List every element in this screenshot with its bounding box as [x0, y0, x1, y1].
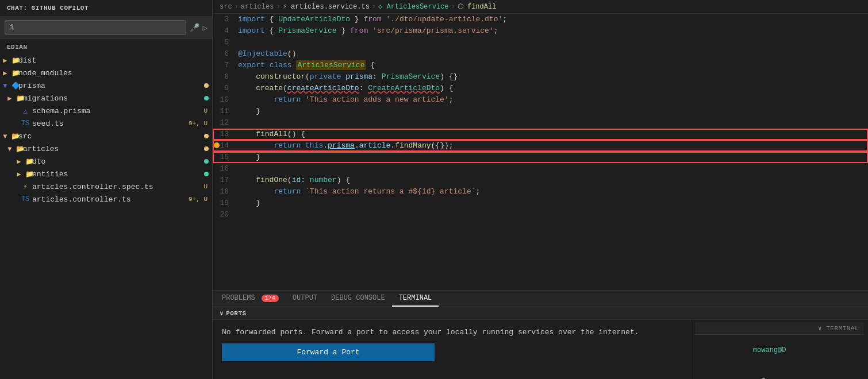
- prisma-folder-icon: ▼ 🔷: [7, 81, 16, 90]
- code-line-10: 10 return 'This action adds a new articl…: [213, 94, 868, 106]
- code-line-15: 15 }: [213, 152, 868, 163]
- ts-file-icon: TS: [21, 195, 30, 204]
- sidebar: CHAT: GITHUB COPILOT 🎤 ▷ EDIAN ▶ 📁 dist …: [0, 0, 213, 379]
- code-line-9: 9 create(createArticleDto: CreateArticle…: [213, 83, 868, 94]
- tab-output[interactable]: OUTPUT: [286, 291, 324, 307]
- sidebar-item-articles-controller-spec[interactable]: ⚡ articles.controller.spec.ts U: [0, 180, 212, 193]
- ts-file-icon: TS: [21, 119, 30, 128]
- sidebar-item-articles[interactable]: ▼ 📂 articles: [0, 142, 212, 155]
- ports-panel: ∨ PORTS No forwarded ports. Forward a po…: [213, 307, 868, 379]
- terminal-side: ∨ TERMINAL mowang@D ○ $ pnpm s: [690, 320, 868, 379]
- file-tree: ▶ 📁 dist ▶ 📁 node_modules ▼ 🔷 prisma ▶ 📁…: [0, 53, 212, 379]
- folder-icon: ▶ 📁: [7, 68, 16, 78]
- sidebar-item-label: dist: [18, 56, 212, 65]
- code-line-17: 17 findOne(id: number) {: [213, 175, 868, 186]
- sidebar-section-label: EDIAN: [0, 41, 212, 53]
- tab-problems[interactable]: PROBLEMS 174: [215, 291, 286, 307]
- folder-icon: ▶ 📁: [21, 169, 30, 179]
- terminal-output: mowang@D: [695, 335, 863, 366]
- folder-icon: ▶ 📁: [7, 56, 16, 65]
- ports-header: ∨ PORTS: [213, 307, 868, 320]
- sidebar-item-label: src: [18, 132, 204, 141]
- change-indicator: [204, 83, 209, 88]
- chat-input-area: 🎤 ▷: [0, 17, 212, 39]
- terminal-user: mowang@D: [753, 346, 786, 354]
- send-icon[interactable]: ▷: [203, 23, 208, 33]
- terminal-command-line: ○ $ pnpm s: [695, 366, 863, 379]
- breadcrumb-class: ◇ ArticlesService: [378, 2, 448, 11]
- sidebar-item-prisma[interactable]: ▼ 🔷 prisma: [0, 79, 212, 92]
- code-editor[interactable]: 3 import { UpdateArticleDto } from './dt…: [213, 14, 868, 290]
- folder-icon: ▶ 📁: [11, 94, 21, 103]
- code-line-3: 3 import { UpdateArticleDto } from './dt…: [213, 14, 868, 25]
- breadcrumb-method: ⬡ findAll: [458, 2, 497, 11]
- change-indicator: [204, 159, 209, 164]
- problems-badge: 174: [262, 295, 279, 302]
- sidebar-item-articles-controller[interactable]: TS articles.controller.ts 9+, U: [0, 193, 212, 206]
- ports-empty-text: No forwarded ports. Forward a port to ac…: [222, 328, 681, 337]
- chat-input[interactable]: [5, 20, 186, 35]
- breadcrumb-file: ⚡ articles.service.ts: [283, 2, 370, 11]
- sidebar-item-dto[interactable]: ▶ 📁 dto: [0, 155, 212, 168]
- sidebar-item-dist[interactable]: ▶ 📁 dist: [0, 54, 212, 67]
- change-indicator: [204, 146, 209, 151]
- folder-icon: ▶ 📁: [21, 157, 30, 166]
- sidebar-item-label: node_modules: [18, 69, 212, 78]
- ports-title: ∨ PORTS: [220, 310, 247, 317]
- terminal-side-header: ∨ TERMINAL: [695, 322, 863, 335]
- code-line-5: 5: [213, 37, 868, 48]
- sidebar-item-label: articles.controller.spec.ts: [32, 183, 203, 191]
- bottom-panel: PROBLEMS 174 OUTPUT DEBUG CONSOLE TERMIN…: [213, 290, 868, 379]
- file-badge: U: [203, 183, 208, 190]
- code-line-4: 4 import { PrismaService } from 'src/pri…: [213, 25, 868, 37]
- code-line-12: 12: [213, 117, 868, 129]
- file-badge: 9+, U: [189, 196, 208, 203]
- sidebar-item-seed-ts[interactable]: TS seed.ts 9+, U: [0, 117, 212, 130]
- breadcrumb-articles: articles: [241, 3, 274, 11]
- ports-body: No forwarded ports. Forward a port to ac…: [213, 320, 868, 379]
- folder-open-icon: ▼ 📂: [11, 144, 21, 153]
- change-indicator: [204, 96, 209, 100]
- debug-breakpoint: [214, 142, 220, 148]
- sidebar-item-node-modules[interactable]: ▶ 📁 node_modules: [0, 67, 212, 79]
- tab-debug-console[interactable]: DEBUG CONSOLE: [324, 291, 392, 307]
- code-line-8: 8 constructor(private prisma: PrismaServ…: [213, 71, 868, 83]
- file-badge: U: [203, 107, 208, 114]
- sidebar-item-entities[interactable]: ▶ 📁 entities: [0, 168, 212, 180]
- breadcrumb-src: src: [220, 3, 232, 11]
- forward-port-button[interactable]: Forward a Port: [222, 343, 435, 361]
- change-indicator: [204, 134, 209, 138]
- change-indicator: [204, 172, 209, 176]
- code-line-7: 7 export class ArticlesService {: [213, 60, 868, 71]
- sidebar-item-migrations[interactable]: ▶ 📁 migrations: [0, 92, 212, 105]
- sidebar-item-label: prisma: [18, 82, 204, 90]
- code-line-16: 16: [213, 163, 868, 175]
- sidebar-item-label: entities: [32, 170, 204, 179]
- terminal-label: ∨ TERMINAL: [818, 324, 859, 332]
- sidebar-item-label: dto: [32, 157, 204, 166]
- sidebar-item-label: seed.ts: [32, 119, 189, 128]
- code-line-13: 13 findAll() {: [213, 129, 868, 140]
- panel-tabs: PROBLEMS 174 OUTPUT DEBUG CONSOLE TERMIN…: [213, 291, 868, 307]
- ports-main: No forwarded ports. Forward a port to ac…: [213, 320, 690, 379]
- sidebar-item-label: articles.controller.ts: [32, 195, 189, 204]
- code-line-14: 14 return this.prisma.article.findMany({…: [213, 140, 868, 152]
- folder-open-icon: ▼ 📂: [7, 132, 16, 141]
- sidebar-item-src[interactable]: ▼ 📂 src: [0, 130, 212, 142]
- sidebar-item-schema-prisma[interactable]: △ schema.prisma U: [0, 105, 212, 117]
- chevron-down-icon: ∨: [220, 310, 224, 317]
- sidebar-item-label: articles: [23, 145, 204, 153]
- microphone-icon[interactable]: 🎤: [190, 23, 199, 33]
- tab-terminal[interactable]: TERMINAL: [392, 291, 439, 307]
- code-line-20: 20: [213, 209, 868, 221]
- code-line-11: 11 }: [213, 106, 868, 117]
- chevron-left-icon: ∨: [818, 325, 822, 332]
- main-area: src › articles › ⚡ articles.service.ts ›…: [213, 0, 868, 379]
- sidebar-item-label: migrations: [23, 94, 204, 103]
- code-line-19: 19 }: [213, 198, 868, 209]
- breadcrumb: src › articles › ⚡ articles.service.ts ›…: [213, 0, 868, 14]
- file-badge: 9+, U: [189, 120, 208, 127]
- sidebar-header: CHAT: GITHUB COPILOT: [0, 0, 212, 17]
- panel-content: ∨ PORTS No forwarded ports. Forward a po…: [213, 307, 868, 379]
- code-line-18: 18 return `This action returns a #${id} …: [213, 186, 868, 198]
